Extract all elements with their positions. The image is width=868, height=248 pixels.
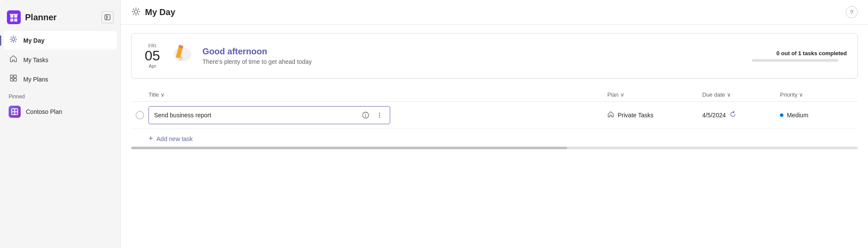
svg-rect-14 (14, 75, 16, 78)
sidebar-logo: Planner (7, 10, 57, 24)
svg-point-36 (379, 116, 380, 117)
sidebar-item-my-tasks[interactable]: My Tasks (3, 50, 117, 69)
task-more-options-button[interactable] (374, 110, 385, 120)
header-sun-icon (131, 7, 141, 18)
main-header: My Day ? (121, 0, 868, 25)
help-icon: ? (850, 9, 853, 16)
help-button[interactable]: ? (846, 6, 858, 18)
svg-line-11 (15, 37, 16, 37)
duedate-sort-icon: ∨ (727, 91, 731, 98)
svg-rect-1 (9, 14, 18, 15)
task-priority-value: Medium (787, 112, 808, 119)
duedate-sort-button[interactable]: Due date ∨ (702, 91, 780, 98)
title-sort-icon: ∨ (161, 91, 165, 98)
task-duedate-cell: 4/5/2024 (702, 111, 780, 119)
greeting-date: FRI 05 Apr (142, 43, 163, 69)
sidebar-header: Planner (0, 7, 120, 31)
task-info-button[interactable] (360, 110, 371, 120)
greeting-emoji (171, 42, 194, 69)
planner-logo-icon (7, 10, 21, 24)
greeting-card: FRI 05 Apr Good afternoon (131, 33, 858, 78)
svg-rect-13 (10, 75, 13, 78)
duedate-col-label: Due date (702, 91, 725, 98)
collapse-icon (104, 14, 110, 20)
svg-point-35 (379, 115, 380, 116)
svg-rect-15 (10, 78, 13, 81)
svg-line-22 (133, 9, 134, 9)
task-name-box[interactable]: Send business report (148, 106, 390, 124)
app-title: Planner (25, 13, 57, 22)
task-title-cell: Send business report (148, 106, 607, 124)
home-icon (9, 55, 18, 65)
pinned-section-label: Pinned (0, 88, 120, 101)
tasks-table: Title ∨ Plan ∨ Due date ∨ (131, 89, 858, 149)
main-scroll-area: FRI 05 Apr Good afternoon (121, 25, 868, 248)
tasks-table-header: Title ∨ Plan ∨ Due date ∨ (131, 89, 858, 102)
task-plan-cell: Private Tasks (607, 111, 702, 119)
progress-label: 0 out of 1 tasks completed (752, 50, 847, 57)
priority-sort-icon: ∨ (799, 91, 803, 98)
svg-point-34 (379, 113, 380, 113)
greeting-progress: 0 out of 1 tasks completed (752, 50, 847, 62)
svg-line-9 (11, 37, 11, 37)
greeting-title: Good afternoon (202, 47, 752, 57)
collapse-sidebar-button[interactable] (101, 11, 114, 23)
sidebar: Planner (0, 0, 121, 248)
priority-col-label: Priority (780, 91, 797, 98)
svg-line-12 (11, 41, 11, 41)
table-row: Send business report (131, 102, 858, 129)
sidebar-item-my-plans-label: My Plans (23, 76, 48, 83)
svg-rect-0 (7, 10, 21, 24)
task-name-actions (360, 110, 385, 120)
title-col-label: Title (148, 91, 159, 98)
scrollbar-thumb[interactable] (131, 147, 567, 149)
greeting-day-number: 05 (142, 48, 163, 63)
svg-line-24 (138, 9, 139, 9)
progress-bar (752, 59, 838, 62)
svg-point-17 (134, 10, 138, 13)
greeting-text: Good afternoon There's plenty of time to… (202, 47, 752, 65)
greeting-month: Apr (142, 63, 163, 69)
greeting-subtitle: There's plenty of time to get ahead toda… (202, 58, 752, 65)
task-checkbox[interactable] (131, 111, 148, 119)
add-plus-icon: + (148, 134, 153, 143)
plan-sort-icon: ∨ (620, 91, 625, 98)
add-task-label: Add new task (157, 135, 193, 142)
task-due-date: 4/5/2024 (702, 112, 726, 119)
svg-rect-16 (14, 78, 16, 81)
plan-sort-button[interactable]: Plan ∨ (607, 91, 702, 98)
col-header-title: Title ∨ (148, 91, 607, 98)
col-header-duedate: Due date ∨ (702, 91, 780, 98)
title-sort-button[interactable]: Title ∨ (148, 91, 607, 98)
sidebar-item-my-plans[interactable]: My Plans (3, 70, 117, 88)
main-content-area: My Day ? FRI 05 Apr (121, 0, 868, 248)
task-repeat-icon (729, 111, 736, 119)
svg-line-23 (138, 13, 139, 14)
svg-point-33 (365, 113, 366, 114)
add-new-task-row[interactable]: + Add new task (131, 129, 858, 143)
sidebar-item-my-day[interactable]: My Day (3, 31, 117, 50)
sun-icon (9, 35, 18, 45)
priority-dot (780, 113, 783, 117)
svg-point-4 (12, 38, 15, 41)
sidebar-item-my-tasks-label: My Tasks (23, 57, 48, 63)
plan-home-icon (607, 111, 614, 119)
sidebar-item-contoso-plan[interactable]: Contoso Plan (3, 101, 117, 122)
page-title: My Day (145, 7, 175, 17)
col-header-plan: Plan ∨ (607, 91, 702, 98)
task-plan-name: Private Tasks (618, 112, 653, 119)
task-name-text: Send business report (154, 112, 211, 119)
svg-line-10 (15, 41, 16, 41)
task-priority-cell: Medium (780, 112, 858, 119)
sidebar-nav: My Day My Tasks My Plans (0, 31, 120, 88)
contoso-plan-icon (9, 106, 21, 118)
task-complete-circle[interactable] (136, 111, 144, 119)
main-header-left: My Day (131, 7, 175, 18)
sidebar-item-contoso-plan-label: Contoso Plan (26, 108, 62, 115)
horizontal-scrollbar[interactable] (131, 147, 858, 149)
priority-sort-button[interactable]: Priority ∨ (780, 91, 858, 98)
pinned-nav: Contoso Plan (0, 101, 120, 122)
svg-point-26 (174, 47, 191, 61)
grid-icon (9, 74, 18, 84)
col-header-priority: Priority ∨ (780, 91, 858, 98)
